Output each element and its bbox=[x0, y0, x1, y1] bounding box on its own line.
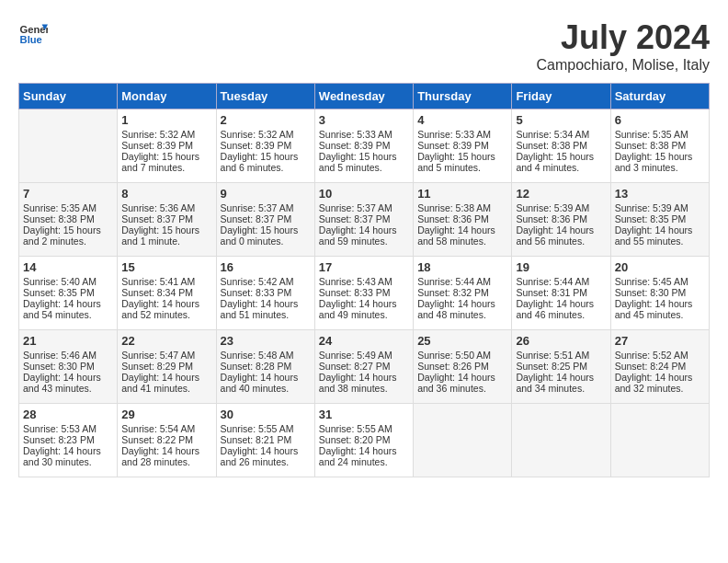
sunrise-text: Sunrise: 5:49 AM bbox=[319, 350, 409, 361]
calendar-cell: 10Sunrise: 5:37 AMSunset: 8:37 PMDayligh… bbox=[314, 183, 413, 257]
sunrise-text: Sunrise: 5:42 AM bbox=[221, 276, 311, 287]
day-number: 22 bbox=[121, 334, 211, 348]
calendar-cell: 12Sunrise: 5:39 AMSunset: 8:36 PMDayligh… bbox=[512, 183, 610, 257]
daylight-text: Daylight: 15 hours and 4 minutes. bbox=[516, 151, 606, 173]
sunset-text: Sunset: 8:37 PM bbox=[221, 213, 311, 224]
daylight-text: Daylight: 14 hours and 46 minutes. bbox=[516, 298, 606, 320]
sunrise-text: Sunrise: 5:40 AM bbox=[23, 276, 113, 287]
day-number: 7 bbox=[23, 187, 113, 201]
daylight-text: Daylight: 14 hours and 41 minutes. bbox=[121, 372, 211, 394]
col-header-monday: Monday bbox=[118, 84, 216, 109]
calendar-cell: 17Sunrise: 5:43 AMSunset: 8:33 PMDayligh… bbox=[314, 257, 413, 330]
sunrise-text: Sunrise: 5:39 AM bbox=[516, 202, 606, 213]
daylight-text: Daylight: 14 hours and 51 minutes. bbox=[221, 298, 311, 320]
day-number: 6 bbox=[615, 113, 705, 127]
sunset-text: Sunset: 8:30 PM bbox=[23, 361, 113, 372]
daylight-text: Daylight: 15 hours and 1 minute. bbox=[121, 224, 211, 247]
calendar-cell: 18Sunrise: 5:44 AMSunset: 8:32 PMDayligh… bbox=[414, 257, 512, 330]
sunset-text: Sunset: 8:39 PM bbox=[417, 140, 507, 151]
sunset-text: Sunset: 8:38 PM bbox=[516, 140, 606, 151]
calendar-cell: 27Sunrise: 5:52 AMSunset: 8:24 PMDayligh… bbox=[610, 330, 709, 404]
calendar-cell: 25Sunrise: 5:50 AMSunset: 8:26 PMDayligh… bbox=[414, 330, 512, 404]
sunrise-text: Sunrise: 5:39 AM bbox=[615, 202, 705, 213]
calendar-cell: 7Sunrise: 5:35 AMSunset: 8:38 PMDaylight… bbox=[19, 183, 118, 257]
calendar-cell bbox=[19, 109, 118, 183]
daylight-text: Daylight: 14 hours and 49 minutes. bbox=[319, 298, 409, 320]
sunset-text: Sunset: 8:32 PM bbox=[417, 287, 507, 298]
sunrise-text: Sunrise: 5:52 AM bbox=[615, 350, 705, 361]
calendar-cell bbox=[610, 404, 709, 477]
sunrise-text: Sunrise: 5:53 AM bbox=[23, 423, 113, 434]
day-number: 5 bbox=[516, 113, 606, 127]
sunset-text: Sunset: 8:34 PM bbox=[121, 287, 211, 298]
sunrise-text: Sunrise: 5:37 AM bbox=[319, 202, 409, 213]
day-number: 23 bbox=[221, 334, 311, 348]
calendar-week-row: 28Sunrise: 5:53 AMSunset: 8:23 PMDayligh… bbox=[19, 404, 710, 477]
day-number: 26 bbox=[516, 334, 606, 348]
calendar-cell: 14Sunrise: 5:40 AMSunset: 8:35 PMDayligh… bbox=[19, 257, 118, 330]
calendar-week-row: 1Sunrise: 5:32 AMSunset: 8:39 PMDaylight… bbox=[19, 109, 710, 183]
col-header-saturday: Saturday bbox=[610, 84, 709, 109]
calendar-cell: 4Sunrise: 5:33 AMSunset: 8:39 PMDaylight… bbox=[414, 109, 512, 183]
calendar-cell bbox=[414, 404, 512, 477]
daylight-text: Daylight: 15 hours and 0 minutes. bbox=[221, 224, 311, 247]
sunrise-text: Sunrise: 5:44 AM bbox=[516, 276, 606, 287]
sunrise-text: Sunrise: 5:46 AM bbox=[23, 350, 113, 361]
daylight-text: Daylight: 14 hours and 30 minutes. bbox=[23, 445, 113, 467]
day-number: 20 bbox=[615, 260, 705, 274]
sunrise-text: Sunrise: 5:32 AM bbox=[121, 129, 211, 140]
sunset-text: Sunset: 8:25 PM bbox=[516, 361, 606, 372]
calendar-cell: 24Sunrise: 5:49 AMSunset: 8:27 PMDayligh… bbox=[314, 330, 413, 404]
sunrise-text: Sunrise: 5:48 AM bbox=[221, 350, 311, 361]
daylight-text: Daylight: 14 hours and 34 minutes. bbox=[516, 372, 606, 394]
sunset-text: Sunset: 8:23 PM bbox=[23, 434, 113, 445]
daylight-text: Daylight: 14 hours and 26 minutes. bbox=[221, 445, 311, 467]
sunset-text: Sunset: 8:24 PM bbox=[615, 361, 705, 372]
col-header-friday: Friday bbox=[512, 84, 610, 109]
sunrise-text: Sunrise: 5:45 AM bbox=[615, 276, 705, 287]
sunset-text: Sunset: 8:38 PM bbox=[615, 140, 705, 151]
daylight-text: Daylight: 14 hours and 55 minutes. bbox=[615, 224, 705, 247]
calendar-cell: 15Sunrise: 5:41 AMSunset: 8:34 PMDayligh… bbox=[118, 257, 216, 330]
daylight-text: Daylight: 14 hours and 32 minutes. bbox=[615, 372, 705, 394]
day-number: 3 bbox=[319, 113, 409, 127]
daylight-text: Daylight: 14 hours and 52 minutes. bbox=[121, 298, 211, 320]
sunset-text: Sunset: 8:35 PM bbox=[23, 287, 113, 298]
daylight-text: Daylight: 14 hours and 54 minutes. bbox=[23, 298, 113, 320]
day-number: 8 bbox=[121, 187, 211, 201]
sunrise-text: Sunrise: 5:33 AM bbox=[319, 129, 409, 140]
day-number: 12 bbox=[516, 187, 606, 201]
day-number: 13 bbox=[615, 187, 705, 201]
calendar-cell bbox=[512, 404, 610, 477]
calendar-cell: 23Sunrise: 5:48 AMSunset: 8:28 PMDayligh… bbox=[216, 330, 314, 404]
day-number: 24 bbox=[319, 334, 409, 348]
calendar-cell: 30Sunrise: 5:55 AMSunset: 8:21 PMDayligh… bbox=[216, 404, 314, 477]
sunrise-text: Sunrise: 5:32 AM bbox=[221, 129, 311, 140]
sunset-text: Sunset: 8:37 PM bbox=[319, 213, 409, 224]
day-number: 29 bbox=[121, 408, 211, 421]
day-number: 27 bbox=[615, 334, 705, 348]
calendar-cell: 2Sunrise: 5:32 AMSunset: 8:39 PMDaylight… bbox=[216, 109, 314, 183]
day-number: 1 bbox=[121, 113, 211, 127]
daylight-text: Daylight: 14 hours and 45 minutes. bbox=[615, 298, 705, 320]
calendar-cell: 1Sunrise: 5:32 AMSunset: 8:39 PMDaylight… bbox=[118, 109, 216, 183]
day-number: 16 bbox=[221, 260, 311, 274]
sunrise-text: Sunrise: 5:34 AM bbox=[516, 129, 606, 140]
sunrise-text: Sunrise: 5:35 AM bbox=[615, 129, 705, 140]
calendar-cell: 19Sunrise: 5:44 AMSunset: 8:31 PMDayligh… bbox=[512, 257, 610, 330]
sunset-text: Sunset: 8:20 PM bbox=[319, 434, 409, 445]
daylight-text: Daylight: 14 hours and 38 minutes. bbox=[319, 372, 409, 394]
sunrise-text: Sunrise: 5:36 AM bbox=[121, 202, 211, 213]
sunset-text: Sunset: 8:38 PM bbox=[23, 213, 113, 224]
sunset-text: Sunset: 8:36 PM bbox=[516, 213, 606, 224]
day-number: 25 bbox=[417, 334, 507, 348]
calendar-cell: 3Sunrise: 5:33 AMSunset: 8:39 PMDaylight… bbox=[314, 109, 413, 183]
daylight-text: Daylight: 15 hours and 7 minutes. bbox=[121, 151, 211, 173]
location-subtitle: Campochiaro, Molise, Italy bbox=[536, 57, 710, 74]
sunset-text: Sunset: 8:37 PM bbox=[121, 213, 211, 224]
sunset-text: Sunset: 8:26 PM bbox=[417, 361, 507, 372]
sunrise-text: Sunrise: 5:55 AM bbox=[319, 423, 409, 434]
month-year-title: July 2024 bbox=[536, 18, 710, 57]
sunrise-text: Sunrise: 5:38 AM bbox=[417, 202, 507, 213]
sunset-text: Sunset: 8:39 PM bbox=[121, 140, 211, 151]
